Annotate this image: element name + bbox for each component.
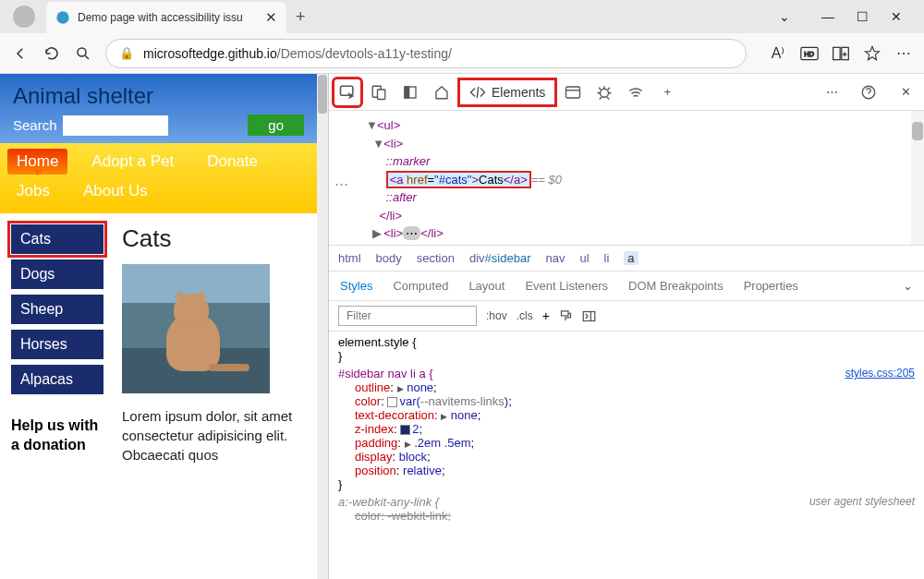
close-tab-icon[interactable]: ✕ xyxy=(265,9,277,26)
devtools-panel: Elements + ⋯ ✕ ⋯ ▼<ul> ▼<li> ::marker <a… xyxy=(328,74,924,579)
page-scrollbar[interactable] xyxy=(317,74,328,579)
gutter-ellipsis[interactable]: ⋯ xyxy=(329,174,348,195)
hd-icon[interactable]: HD xyxy=(800,44,819,63)
url-text: microsoftedge.github.io/Demos/devtools-a… xyxy=(143,46,452,61)
nav-donate[interactable]: Donate xyxy=(198,149,267,175)
crumb-div[interactable]: div#sidebar xyxy=(469,251,531,265)
sidebar-item-dogs[interactable]: Dogs xyxy=(11,259,103,289)
svg-rect-11 xyxy=(566,87,580,98)
collections-icon[interactable] xyxy=(832,44,850,63)
sidebar-item-horses[interactable]: Horses xyxy=(11,330,103,359)
bug-icon[interactable] xyxy=(591,79,617,105)
nav-adopt[interactable]: Adopt a Pet xyxy=(82,149,183,175)
home-icon[interactable] xyxy=(429,79,455,105)
tab-listeners[interactable]: Event Listeners xyxy=(525,279,608,293)
menu-icon[interactable]: ⋯ xyxy=(894,44,913,63)
new-tool-icon[interactable]: + xyxy=(654,79,680,105)
main-nav: Home Adopt a Pet Donate Jobs About Us xyxy=(0,143,317,213)
elements-tab[interactable]: Elements xyxy=(460,80,554,104)
nav-home[interactable]: Home xyxy=(7,149,67,175)
styles-more-icon[interactable]: ⌄ xyxy=(903,279,913,293)
dom-tree[interactable]: ⋯ ▼<ul> ▼<li> ::marker <a href="#cats">C… xyxy=(329,111,924,245)
svg-rect-10 xyxy=(405,87,409,98)
cls-toggle[interactable]: .cls xyxy=(517,309,533,322)
app-icon[interactable] xyxy=(560,79,586,105)
computed-sidebar-icon[interactable] xyxy=(582,310,596,322)
network-icon[interactable] xyxy=(623,79,649,105)
hov-toggle[interactable]: :hov xyxy=(486,309,507,322)
svg-text:HD: HD xyxy=(804,50,814,58)
styles-body[interactable]: element.style { } styles.css:205 #sideba… xyxy=(329,332,924,579)
inspect-element-icon[interactable] xyxy=(334,79,360,105)
crumb-nav[interactable]: nav xyxy=(545,251,565,265)
crumb-li[interactable]: li xyxy=(604,251,610,265)
svg-point-1 xyxy=(78,48,86,56)
cat-image xyxy=(122,264,270,393)
sidebar-item-sheep[interactable]: Sheep xyxy=(11,295,103,324)
new-style-icon[interactable]: + xyxy=(542,308,550,323)
breadcrumb: html body section div#sidebar nav ul li … xyxy=(329,245,924,271)
address-input[interactable]: 🔒 microsoftedge.github.io/Demos/devtools… xyxy=(105,39,747,68)
rule-source-link[interactable]: styles.css:205 xyxy=(845,367,915,380)
sidebar: Cats Dogs Sheep Horses Alpacas Help us w… xyxy=(11,224,103,464)
tab-dom-breakpoints[interactable]: DOM Breakpoints xyxy=(628,279,723,293)
close-devtools-icon[interactable]: ✕ xyxy=(893,79,918,105)
donation-help: Help us with a donation xyxy=(11,416,103,455)
elements-tab-label: Elements xyxy=(492,85,545,100)
welcome-icon[interactable] xyxy=(397,79,423,105)
minimize-button[interactable]: — xyxy=(821,9,834,24)
page-content: Animal shelter Search go Home Adopt a Pe… xyxy=(0,74,328,579)
svg-rect-4 xyxy=(833,47,841,59)
crumb-section[interactable]: section xyxy=(417,251,455,265)
favorite-icon[interactable] xyxy=(863,44,881,63)
tab-title: Demo page with accessibility issu xyxy=(78,11,260,24)
svg-point-12 xyxy=(601,89,609,97)
paint-icon[interactable] xyxy=(559,309,573,323)
svg-rect-15 xyxy=(583,311,595,320)
maximize-button[interactable]: ☐ xyxy=(857,9,869,24)
browser-tab[interactable]: Demo page with accessibility issu ✕ xyxy=(46,2,286,33)
go-button[interactable]: go xyxy=(248,115,304,136)
crumb-html[interactable]: html xyxy=(338,251,361,265)
tab-properties[interactable]: Properties xyxy=(744,279,798,293)
search-label: Search xyxy=(13,117,57,133)
crumb-a[interactable]: a xyxy=(624,251,638,265)
profile-icon[interactable] xyxy=(13,6,35,28)
new-tab-button[interactable]: + xyxy=(296,7,306,27)
device-emulation-icon[interactable] xyxy=(366,79,392,105)
refresh-button[interactable] xyxy=(43,44,61,63)
tab-computed[interactable]: Computed xyxy=(393,279,448,293)
nav-jobs[interactable]: Jobs xyxy=(7,178,59,204)
crumb-ul[interactable]: ul xyxy=(579,251,589,265)
tab-bar: Demo page with accessibility issu ✕ + ⌄ … xyxy=(0,0,924,33)
edge-icon xyxy=(55,10,70,25)
help-icon[interactable] xyxy=(856,79,881,105)
search-input[interactable] xyxy=(63,115,168,136)
lock-icon: 🔒 xyxy=(119,46,134,60)
page-heading: Cats xyxy=(122,224,306,253)
more-tools-icon[interactable]: ⋯ xyxy=(819,79,845,105)
read-aloud-icon[interactable]: A⁾ xyxy=(769,44,787,63)
crumb-body[interactable]: body xyxy=(376,251,402,265)
svg-rect-14 xyxy=(561,310,568,315)
search-icon[interactable] xyxy=(74,44,92,63)
sidebar-item-alpacas[interactable]: Alpacas xyxy=(11,365,103,394)
tab-layout[interactable]: Layout xyxy=(468,279,505,293)
chevron-down-icon[interactable]: ⌄ xyxy=(779,9,790,24)
nav-about[interactable]: About Us xyxy=(74,178,157,204)
svg-rect-8 xyxy=(378,90,385,100)
sidebar-item-cats[interactable]: Cats xyxy=(11,224,103,254)
lorem-text: Lorem ipsum dolor, sit amet consectetur … xyxy=(122,406,306,464)
dom-scrollbar[interactable] xyxy=(911,111,924,245)
code-icon xyxy=(469,85,486,100)
styles-tabs: Styles Computed Layout Event Listeners D… xyxy=(329,271,924,301)
close-window-button[interactable]: ✕ xyxy=(891,9,902,24)
styles-filter-input[interactable] xyxy=(338,306,477,326)
ua-label: user agent stylesheet xyxy=(809,495,915,508)
site-title: Animal shelter xyxy=(13,83,304,109)
address-bar: 🔒 microsoftedge.github.io/Demos/devtools… xyxy=(0,33,924,74)
tab-styles[interactable]: Styles xyxy=(340,279,372,293)
back-button[interactable] xyxy=(11,44,30,63)
svg-point-0 xyxy=(56,11,68,23)
